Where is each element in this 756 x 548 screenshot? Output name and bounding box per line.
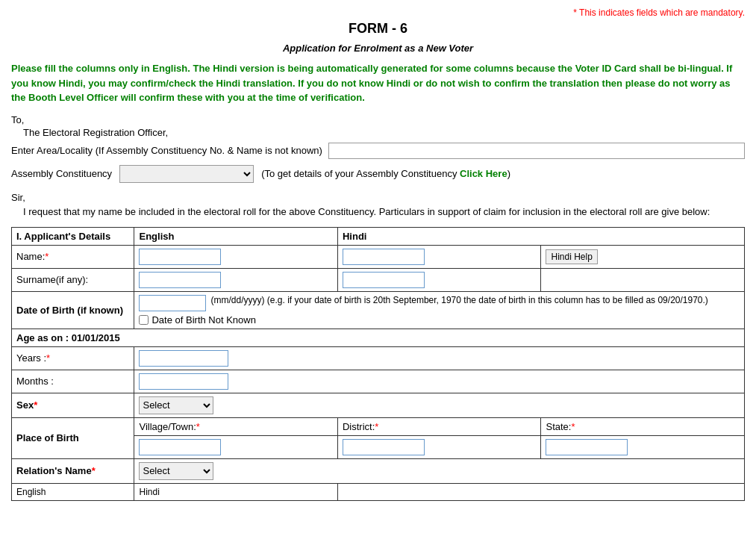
- surname-hindi-input[interactable]: [343, 272, 425, 288]
- surname-extra-cell: [541, 268, 745, 291]
- place-of-birth-label: Place of Birth: [12, 417, 134, 458]
- age-as-on-cell: Age as on : 01/01/2015: [12, 329, 745, 346]
- relations-name-english-row: English Hindi: [12, 483, 745, 500]
- name-english-input[interactable]: [139, 249, 221, 265]
- hindi-header: Hindi: [337, 227, 744, 245]
- dob-input[interactable]: [139, 295, 206, 311]
- dob-row: Date of Birth (if known) (mm/dd/yyyy) (e…: [12, 291, 745, 329]
- hindi-help-button[interactable]: Hindi Help: [546, 249, 597, 264]
- mandatory-note: * This indicates fields which are mandat…: [11, 7, 745, 18]
- name-row: Name:* Hindi Help: [12, 245, 745, 268]
- dob-not-known-row: Date of Birth Not Known: [139, 314, 740, 326]
- state-input[interactable]: [546, 439, 628, 455]
- to-label: To,: [11, 114, 745, 125]
- sir-section: Sir, I request that my name be included …: [11, 190, 745, 219]
- relations-hindi-label: Hindi: [134, 483, 338, 500]
- english-header: English: [134, 227, 338, 245]
- sir-body: I request that my name be included in th…: [23, 205, 745, 219]
- sex-label-cell: Sex*: [12, 393, 134, 417]
- area-label: Enter Area/Locality (If Assembly Constit…: [11, 145, 322, 156]
- relations-select[interactable]: Select Father Mother Husband Other: [139, 462, 213, 480]
- years-input-cell: [134, 346, 745, 370]
- dob-label-cell: Date of Birth (if known): [12, 291, 134, 329]
- instruction-text: Please fill the columns only in English.…: [11, 61, 745, 105]
- sex-row: Sex* Select Male Female Other: [12, 393, 745, 417]
- village-input-cell: [134, 435, 338, 458]
- to-recipient: The Electoral Registration Officer,: [23, 127, 745, 138]
- section-header: I. Applicant's Details: [12, 227, 134, 245]
- sex-select[interactable]: Select Male Female Other: [139, 396, 213, 414]
- surname-row: Surname(if any):: [12, 268, 745, 291]
- constituency-select[interactable]: [119, 165, 254, 183]
- area-row: Enter Area/Locality (If Assembly Constit…: [11, 143, 745, 159]
- name-english-cell: [134, 245, 338, 268]
- constituency-label: Assembly Constituency: [11, 168, 112, 179]
- name-label-cell: Name:*: [12, 245, 134, 268]
- dob-format-note: (mm/dd/yyyy) (e.g. if your date of birth…: [210, 295, 707, 305]
- area-input[interactable]: [328, 143, 745, 159]
- surname-english-cell: [134, 268, 338, 291]
- constituency-row: Assembly Constituency (To get details of…: [11, 165, 745, 183]
- name-hindi-input[interactable]: [343, 249, 425, 265]
- months-label-cell: Months :: [12, 370, 134, 393]
- applicant-table: I. Applicant's Details English Hindi Nam…: [11, 227, 745, 501]
- years-input[interactable]: [139, 350, 228, 367]
- surname-english-input[interactable]: [139, 272, 221, 288]
- dob-content-cell: (mm/dd/yyyy) (e.g. if your date of birth…: [134, 291, 745, 329]
- months-input[interactable]: [139, 373, 228, 390]
- sex-input-cell: Select Male Female Other: [134, 393, 745, 417]
- district-input-cell: [337, 435, 541, 458]
- place-of-birth-header-row: Place of Birth Village/Town:* District:*…: [12, 417, 745, 435]
- surname-hindi-cell: [337, 268, 541, 291]
- relations-english-label: English: [12, 483, 134, 500]
- state-input-cell: [541, 435, 745, 458]
- district-label-cell: District:*: [337, 417, 541, 435]
- village-town-label-cell: Village/Town:*: [134, 417, 338, 435]
- form-title: FORM - 6: [11, 21, 745, 37]
- form-subtitle: Application for Enrolment as a New Voter: [11, 43, 745, 54]
- state-label-cell: State:*: [541, 417, 745, 435]
- months-row: Months :: [12, 370, 745, 393]
- relations-name-row: Relation's Name* Select Father Mother Hu…: [12, 458, 745, 483]
- years-label-cell: Years :*: [12, 346, 134, 370]
- surname-label-cell: Surname(if any):: [12, 268, 134, 291]
- village-input[interactable]: [139, 439, 221, 455]
- constituency-note: (To get details of your Assembly Constit…: [261, 168, 510, 179]
- constituency-link[interactable]: Click Here: [460, 168, 507, 179]
- relations-extra: [337, 483, 744, 500]
- age-as-on-row: Age as on : 01/01/2015: [12, 329, 745, 346]
- years-row: Years :*: [12, 346, 745, 370]
- relations-select-cell: Select Father Mother Husband Other: [134, 458, 745, 483]
- dob-not-known-checkbox[interactable]: [139, 315, 149, 325]
- district-input[interactable]: [343, 439, 425, 455]
- name-hindi-cell: [337, 245, 541, 268]
- months-input-cell: [134, 370, 745, 393]
- to-section: To, The Electoral Registration Officer,: [11, 114, 745, 138]
- hindi-help-cell: Hindi Help: [541, 245, 745, 268]
- dob-not-known-label: Date of Birth Not Known: [151, 314, 255, 326]
- sir-label: Sir,: [11, 190, 745, 205]
- relations-name-label-cell: Relation's Name*: [12, 458, 134, 483]
- table-header-row: I. Applicant's Details English Hindi: [12, 227, 745, 245]
